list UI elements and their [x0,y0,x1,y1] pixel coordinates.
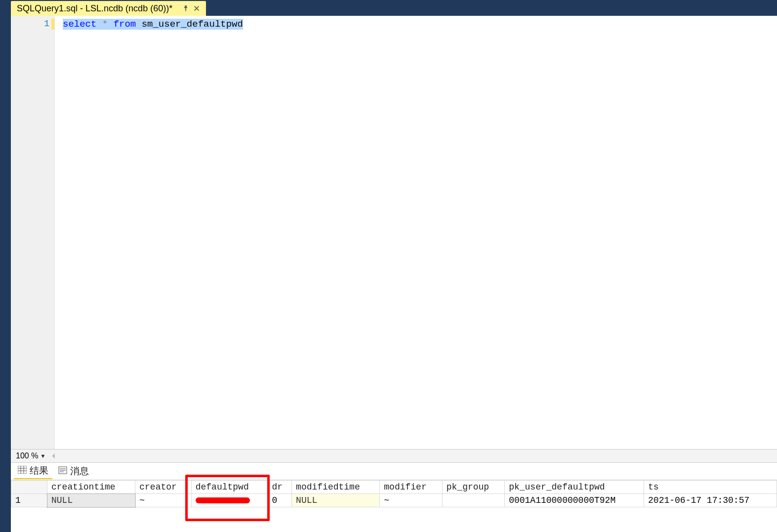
col-modifier[interactable]: modifier [380,481,442,494]
zoom-select[interactable]: 100 % ▼ [14,451,47,460]
cell-ts[interactable]: 2021-06-17 17:30:57 [644,494,777,507]
main-column: SQLQuery1.sql - LSL.ncdb (ncdb (60))* 1 … [11,0,777,532]
window-left-gutter [0,0,11,532]
zoom-bar: 100 % ▼ [11,449,777,463]
sql-keyword-from: from [114,19,136,30]
document-tab-title: SQLQuery1.sql - LSL.ncdb (ncdb (60))* [17,3,172,14]
cell-pk_group[interactable] [442,494,504,507]
col-creator[interactable]: creator [135,481,191,494]
tab-results[interactable]: 结果 [14,463,52,479]
col-creationtime[interactable]: creationtime [47,481,135,494]
col-pk_group[interactable]: pk_group [442,481,504,494]
cell-modifiedtime[interactable]: NULL [292,494,380,507]
rownum-cell[interactable]: 1 [11,494,47,507]
redacted-value [196,497,250,503]
results-grid-wrap: creationtime creator defaultpwd dr modif… [11,480,777,532]
tab-messages-label: 消息 [70,465,89,478]
line-number: 1 [11,16,54,449]
zoom-value: 100 % [16,451,38,460]
cell-creator[interactable]: ~ [135,494,191,507]
pin-icon[interactable] [181,4,190,13]
col-pk_user_defaultpwd[interactable]: pk_user_defaultpwd [505,481,644,494]
cell-modifier[interactable]: ~ [380,494,442,507]
tab-results-label: 结果 [30,464,48,477]
change-marker [51,19,54,30]
document-tab-strip: SQLQuery1.sql - LSL.ncdb (ncdb (60))* [11,0,777,16]
table-row[interactable]: 1 NULL ~ 0 NULL ~ 0001A11000000000T92M 2… [11,494,777,507]
scroll-left-icon[interactable] [50,452,57,459]
cell-defaultpwd[interactable] [191,494,268,507]
chevron-down-icon: ▼ [40,453,45,459]
col-defaultpwd[interactable]: defaultpwd [191,481,268,494]
sql-table-name: sm_user_defaultpwd [142,19,243,30]
close-icon[interactable] [192,4,201,13]
app-root: SQLQuery1.sql - LSL.ncdb (ncdb (60))* 1 … [0,0,777,532]
rownum-header[interactable] [11,481,47,494]
cell-creationtime[interactable]: NULL [47,494,135,507]
sql-star: * [102,19,108,30]
svg-rect-0 [18,466,27,474]
header-row: creationtime creator defaultpwd dr modif… [11,481,777,494]
sql-editor[interactable]: 1 select * from sm_user_defaultpwd [11,16,777,449]
messages-icon [58,466,67,477]
grid-icon [18,465,27,476]
editor-gutter: 1 [11,16,55,449]
document-tab[interactable]: SQLQuery1.sql - LSL.ncdb (ncdb (60))* [11,1,206,16]
cell-pk_user_defaultpwd[interactable]: 0001A11000000000T92M [505,494,644,507]
results-grid[interactable]: creationtime creator defaultpwd dr modif… [11,480,777,507]
tab-messages[interactable]: 消息 [54,464,93,479]
code-area[interactable]: select * from sm_user_defaultpwd [55,16,777,449]
col-ts[interactable]: ts [644,481,777,494]
col-modifiedtime[interactable]: modifiedtime [292,481,380,494]
col-dr[interactable]: dr [268,481,292,494]
sql-keyword-select: select [63,19,96,30]
cell-dr[interactable]: 0 [268,494,292,507]
results-tab-strip: 结果 消息 [11,463,777,480]
